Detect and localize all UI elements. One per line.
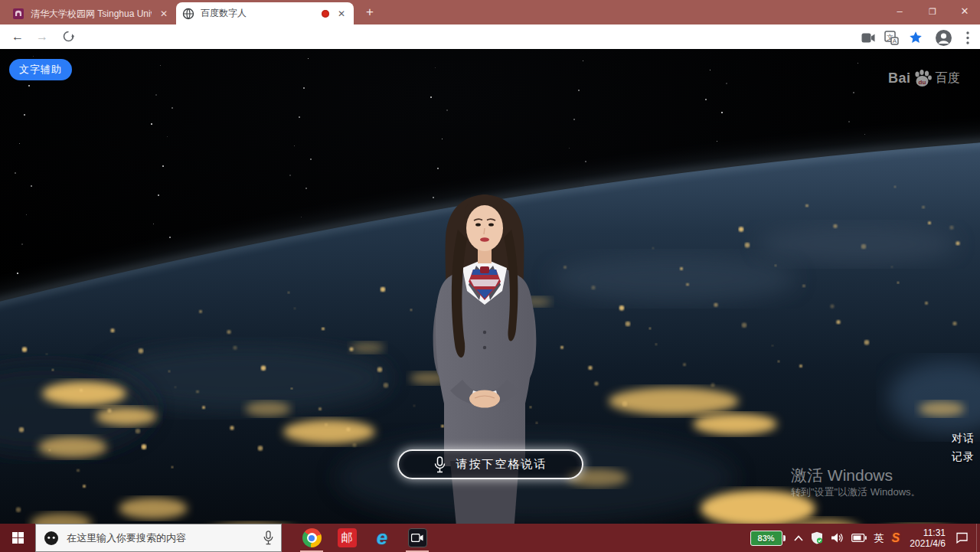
windows-taskbar: 在这里输入你要搜索的内容 邮 e [0,524,980,552]
city-light-cluster [38,436,107,458]
tray-expand-chevron[interactable] [786,524,807,552]
profile-avatar-icon[interactable] [934,28,952,47]
city-light [894,186,896,188]
tab-digital-human[interactable]: 百度数字人 ✕ [176,2,354,24]
taskbar-clock[interactable]: 11:31 2021/4/6 [903,528,952,549]
city-light [288,292,289,293]
start-button[interactable] [0,524,35,552]
city-light [142,444,147,449]
window-minimize-button[interactable]: – [884,0,915,23]
city-light [861,244,867,250]
avatar-nose [484,228,485,234]
city-light [805,204,808,207]
dialog-record-tab-line1[interactable]: 对话 [952,432,975,446]
city-light [107,409,111,413]
city-light [864,340,870,345]
taskbar-mail-button[interactable]: 邮 [329,524,364,552]
city-light [710,383,714,387]
city-light [772,345,773,346]
volume-icon[interactable] [827,524,848,552]
battery-percent-text: 83% [758,534,775,543]
city-light [52,369,54,371]
digital-human-viewport: 文字辅助 Bai du 百度 对话 记录 请按下空格说话 激活 Window [0,49,980,524]
dialog-record-tab-line2[interactable]: 记录 [952,450,975,464]
taskbar-camera-button[interactable] [400,524,435,552]
media-camera-icon[interactable] [859,28,877,47]
taskbar-chrome-button[interactable] [294,524,329,552]
city-light [110,328,114,332]
battery-percent-widget[interactable]: 83% [746,524,786,552]
city-light [588,366,592,370]
city-light [291,387,292,389]
refresh-icon [62,30,75,43]
city-light-cluster [693,413,777,435]
city-light [922,206,925,209]
system-tray: 83% 英 S 11:31 2021/4/6 [746,524,980,552]
city-light [649,328,651,329]
taskbar-ie-button[interactable]: e [364,524,400,552]
tab-close-icon[interactable]: ✕ [335,8,348,20]
city-light [622,401,628,407]
ime-language-indicator[interactable]: 英 [871,524,888,552]
city-light [891,266,893,267]
city-light-cluster [96,407,157,426]
avatar-eye-right [488,224,494,227]
city-light [346,427,350,431]
city-light-cluster [42,381,126,406]
forward-button[interactable]: → [32,27,52,47]
new-tab-button[interactable]: + [360,5,380,21]
action-center-icon[interactable] [952,524,976,552]
city-light [680,267,683,270]
city-light [77,469,80,472]
translate-icon[interactable]: 文A [882,28,900,47]
city-light [652,247,654,249]
defender-shield-icon[interactable] [807,524,827,552]
city-light [925,302,928,305]
city-light [956,241,959,245]
sogou-input-icon[interactable]: S [888,524,904,552]
city-light [233,346,237,350]
browser-menu-icon[interactable] [959,28,977,47]
back-button[interactable]: ← [8,27,28,47]
city-light [778,361,779,362]
city-light [196,390,199,394]
window-close-button[interactable]: ✕ [949,0,980,23]
taskbar-search-box[interactable]: 在这里输入你要搜索的内容 [35,524,282,552]
tab-title: 百度数字人 [201,7,315,20]
push-to-talk-text: 请按下空格说话 [456,457,547,472]
city-light [591,286,595,289]
refresh-button[interactable] [58,29,78,49]
show-desktop-button[interactable] [976,524,980,552]
city-light-cluster [245,401,291,416]
city-light [775,265,776,266]
text-assist-button[interactable]: 文字辅助 [9,59,72,80]
city-light [322,328,325,331]
city-light [928,221,931,224]
city-light [136,429,141,434]
window-maximize-button[interactable]: ❐ [917,0,948,23]
tab-close-icon[interactable]: ✕ [158,8,170,20]
browser-titlebar: 清华大学校园网 Tsinghua Univ ✕ 百度数字人 ✕ + – ❐ ✕ [0,0,980,24]
city-light [83,485,86,488]
city-light [594,381,598,385]
city-light [202,406,205,409]
baidu-logo: Bai du 百度 [888,69,960,87]
tab-tsinghua[interactable]: 清华大学校园网 Tsinghua Univ ✕ [6,3,176,24]
city-light [261,366,266,371]
city-light [168,371,170,372]
microphone-icon [434,456,446,473]
city-light [294,308,296,309]
avatar-eye-left [475,224,481,227]
city-light [318,407,322,410]
city-light-cluster [609,387,739,415]
city-light [377,367,383,372]
clock-date: 2021/4/6 [910,538,946,549]
city-light-cluster [919,401,965,416]
taskbar-search-placeholder: 在这里输入你要搜索的内容 [67,531,256,545]
push-to-talk-bar[interactable]: 请按下空格说话 [397,449,583,479]
tray-battery-icon[interactable] [848,524,871,552]
mail-app-icon: 邮 [338,528,357,547]
chrome-icon [302,528,322,547]
bookmark-star-icon[interactable] [906,28,925,47]
search-mic-icon[interactable] [263,531,273,545]
